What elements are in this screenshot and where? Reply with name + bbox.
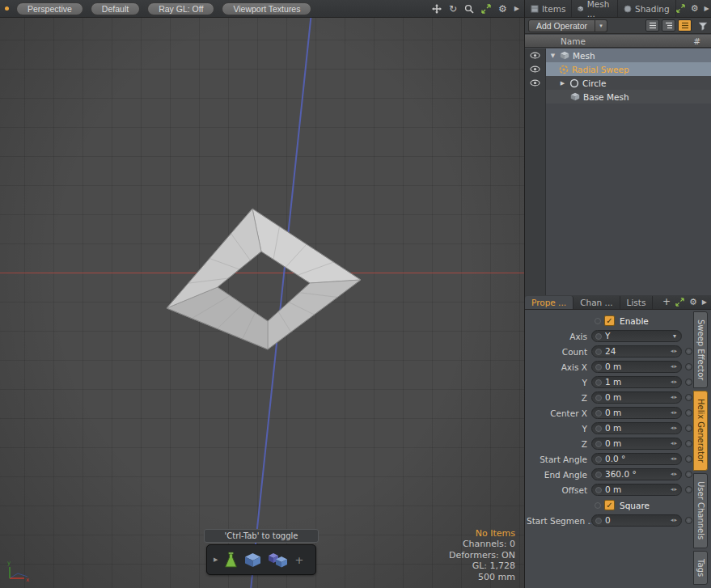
item-row-radial-sweep[interactable]: Radial Sweep (546, 62, 711, 76)
channel-circle-icon[interactable] (595, 364, 602, 370)
channel-knob-icon[interactable] (685, 409, 692, 417)
stepper-arrows-icon[interactable]: ◂▸ (671, 456, 681, 462)
channel-knob-icon[interactable] (685, 471, 692, 478)
enable-checkbox[interactable]: ✓ Enable (591, 315, 649, 326)
panel-overflow-icon[interactable]: ▶ (702, 298, 707, 306)
hud-add-icon[interactable]: + (294, 554, 303, 566)
radial-sweep-mesh[interactable] (146, 194, 380, 364)
channel-knob-icon[interactable] (685, 363, 692, 370)
channel-circle-icon[interactable] (595, 441, 602, 447)
channel-circle-icon[interactable] (595, 379, 602, 386)
channel-knob-icon[interactable] (685, 486, 692, 493)
tab-shading[interactable]: Shading (618, 0, 676, 17)
stepper-arrows-icon[interactable]: ◂▸ (671, 518, 681, 523)
raygl-button[interactable]: Ray GL: Off (147, 2, 214, 15)
stepper-arrows-icon[interactable]: ◂▸ (671, 395, 681, 400)
side-tab-sweep-effector[interactable]: Sweep Effector (693, 311, 708, 388)
hud-expand-icon[interactable]: ▶ (214, 556, 218, 563)
add-tab-icon[interactable]: + (662, 296, 671, 307)
channel-circle-icon[interactable] (595, 349, 602, 355)
viewport-settings-gear-icon[interactable]: ⚙ (498, 4, 507, 14)
viewport-canvas[interactable]: x y 'Ctrl-Tab' to toggle ▶ (0, 18, 524, 588)
preset-flask-icon[interactable] (224, 552, 238, 569)
channel-circle-icon[interactable] (595, 487, 602, 493)
side-tab-user-channels[interactable]: User Channels (693, 473, 708, 548)
stepper-arrows-icon[interactable]: ◂▸ (671, 379, 681, 385)
pan-icon[interactable] (432, 4, 442, 14)
start-segment-field[interactable]: 0 ◂▸ (591, 514, 682, 527)
channel-circle-icon[interactable] (595, 395, 602, 401)
list-view-operators-button[interactable] (678, 19, 692, 32)
preset-cube-array-icon[interactable] (268, 552, 288, 568)
end-angle-field[interactable]: 360.0 ° ◂▸ (591, 468, 682, 480)
channel-knob-icon[interactable] (685, 440, 692, 447)
stepper-arrows-icon[interactable]: ◂▸ (671, 425, 681, 431)
axis-x-field[interactable]: 0 m ◂▸ (591, 361, 682, 373)
channel-circle-icon[interactable] (595, 456, 602, 463)
column-name[interactable]: Name (561, 36, 586, 46)
stepper-arrows-icon[interactable]: ◂▸ (671, 472, 681, 477)
count-field[interactable]: 24 ◂▸ (591, 345, 682, 357)
tab-mesh-ops[interactable]: Mesh ... (572, 0, 618, 17)
filter-funnel-icon[interactable] (698, 21, 708, 31)
panel-settings-gear-icon[interactable]: ⚙ (691, 3, 699, 14)
list-view-flat-button[interactable] (645, 19, 659, 32)
center-x-field[interactable]: 0 m ◂▸ (591, 407, 682, 419)
channel-circle-icon[interactable] (595, 502, 601, 509)
axis-y-field[interactable]: 1 m ◂▸ (591, 376, 682, 388)
center-y-field[interactable]: 0 m ◂▸ (591, 422, 682, 434)
center-z-field[interactable]: 0 m ◂▸ (591, 438, 682, 450)
perspective-button[interactable]: Perspective (16, 2, 83, 15)
column-number[interactable]: # (693, 36, 700, 46)
list-view-hierarchy-button[interactable] (662, 19, 675, 32)
channel-knob-icon[interactable] (685, 517, 692, 524)
viewport-3d[interactable]: Perspective Default Ray GL: Off Viewport… (0, 0, 525, 588)
checkbox-checked-icon[interactable]: ✓ (604, 500, 615, 510)
channel-circle-icon[interactable] (595, 425, 602, 432)
channel-knob-icon[interactable] (685, 394, 692, 401)
axis-z-field[interactable]: 0 m ◂▸ (591, 391, 682, 404)
visibility-toggle-circle[interactable] (525, 76, 545, 90)
maximize-viewport-icon[interactable] (481, 4, 491, 14)
item-preset-hud[interactable]: ▶ (206, 544, 316, 575)
channel-knob-icon[interactable] (685, 348, 692, 355)
channel-circle-icon[interactable] (595, 472, 602, 478)
add-operator-dropdown-icon[interactable]: ▾ (595, 19, 607, 32)
viewport-textures-button[interactable]: Viewport Textures (222, 2, 311, 15)
item-row-circle[interactable]: ▶ Circle (546, 76, 711, 90)
tab-properties[interactable]: Prope ... (525, 296, 573, 309)
item-row-base-mesh[interactable]: Base Mesh (546, 90, 711, 104)
toolbar-overflow-icon[interactable]: ▶ (514, 5, 519, 12)
tab-lists[interactable]: Lists (620, 296, 654, 309)
checkbox-checked-icon[interactable]: ✓ (604, 315, 615, 326)
stepper-arrows-icon[interactable]: ◂▸ (671, 364, 681, 370)
tab-channels[interactable]: Chan ... (573, 296, 620, 309)
square-checkbox[interactable]: ✓ Square (591, 500, 650, 510)
channel-knob-icon[interactable] (685, 425, 692, 432)
expand-collapse-icon[interactable]: ▼ (549, 53, 557, 59)
channel-knob-icon[interactable] (685, 455, 692, 463)
zoom-icon[interactable] (464, 4, 474, 14)
visibility-toggle-mesh[interactable] (525, 49, 545, 62)
panel-overflow-icon[interactable]: ▶ (705, 5, 709, 12)
channel-knob-icon[interactable] (685, 379, 692, 386)
channel-circle-icon[interactable] (595, 318, 601, 324)
stepper-arrows-icon[interactable]: ◂▸ (671, 349, 681, 354)
preset-cube-icon[interactable] (244, 552, 261, 568)
maximize-panel-icon[interactable] (676, 4, 685, 13)
stepper-arrows-icon[interactable]: ◂▸ (671, 441, 681, 446)
offset-field[interactable]: 0 m ◂▸ (591, 484, 682, 496)
stepper-arrows-icon[interactable]: ◂▸ (671, 410, 681, 416)
channel-circle-icon[interactable] (595, 410, 602, 417)
tab-items[interactable]: Items (525, 0, 572, 17)
side-tab-tags[interactable]: Tags (693, 551, 708, 585)
add-operator-button[interactable]: Add Operator (528, 19, 595, 32)
start-angle-field[interactable]: 0.0 ° ◂▸ (591, 453, 682, 465)
channel-circle-icon[interactable] (595, 518, 602, 524)
expand-collapse-icon[interactable]: ▶ (559, 80, 566, 87)
visibility-toggle-radial-sweep[interactable] (525, 62, 545, 76)
axis-dropdown[interactable]: Y ▾ (591, 330, 682, 342)
rotate-icon[interactable]: ↻ (449, 4, 457, 14)
maximize-panel-icon[interactable] (675, 298, 684, 307)
panel-settings-gear-icon[interactable]: ⚙ (689, 298, 697, 307)
